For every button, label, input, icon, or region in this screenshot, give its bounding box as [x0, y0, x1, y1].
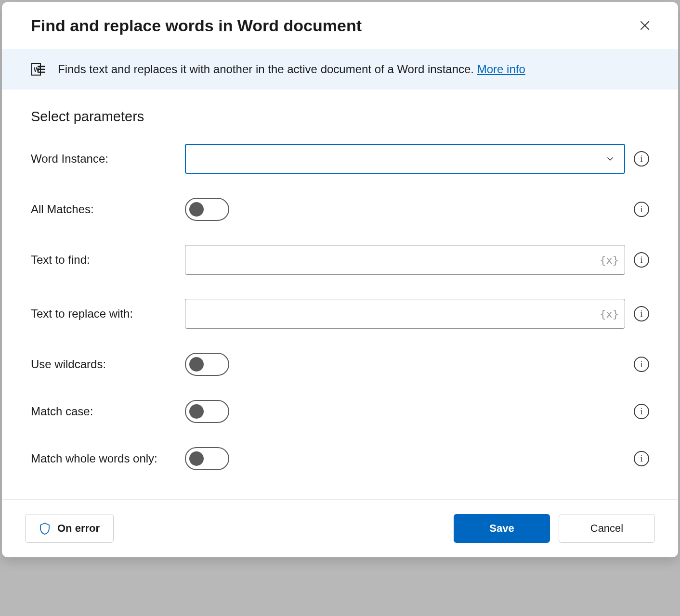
param-row-text-to-find: Text to find: {x} i [31, 245, 649, 275]
text-to-replace-input[interactable]: {x} [185, 299, 625, 329]
shield-icon [39, 522, 51, 535]
variable-icon[interactable]: {x} [600, 308, 619, 320]
info-icon[interactable]: i [634, 451, 649, 466]
info-text: Finds text and replaces it with another … [58, 63, 525, 76]
info-banner: W Finds text and replaces it with anothe… [2, 49, 678, 90]
text-to-find-label: Text to find: [31, 253, 185, 267]
match-whole-words-toggle[interactable] [185, 447, 229, 470]
info-icon[interactable]: i [634, 151, 649, 167]
close-button[interactable] [635, 15, 655, 36]
on-error-button[interactable]: On error [25, 514, 114, 543]
info-icon[interactable]: i [634, 252, 649, 268]
match-case-toggle[interactable] [185, 400, 229, 423]
text-to-find-input[interactable]: {x} [185, 245, 625, 275]
more-info-link[interactable]: More info [477, 63, 525, 76]
param-row-all-matches: All Matches: i [31, 198, 649, 221]
param-row-match-case: Match case: i [31, 400, 649, 423]
toggle-knob [189, 357, 204, 372]
banner-text: Finds text and replaces it with another … [58, 63, 477, 76]
on-error-label: On error [57, 522, 100, 535]
toggle-knob [189, 404, 204, 419]
info-icon[interactable]: i [634, 306, 649, 321]
param-row-text-to-replace: Text to replace with: {x} i [31, 299, 649, 329]
dialog-body: Select parameters Word Instance: i All M… [2, 90, 678, 499]
word-icon: W [31, 63, 46, 76]
footer-right: Save Cancel [454, 514, 655, 543]
word-instance-label: Word Instance: [31, 152, 185, 166]
all-matches-label: All Matches: [31, 203, 185, 216]
dialog-title: Find and replace words in Word document [31, 16, 362, 35]
text-to-replace-label: Text to replace with: [31, 307, 185, 321]
param-row-use-wildcards: Use wildcards: i [31, 353, 649, 376]
section-title: Select parameters [31, 109, 649, 125]
cancel-button[interactable]: Cancel [559, 514, 655, 543]
dialog-header: Find and replace words in Word document [2, 2, 678, 49]
info-icon[interactable]: i [634, 357, 649, 372]
use-wildcards-toggle[interactable] [185, 353, 229, 376]
param-row-match-whole-words: Match whole words only: i [31, 447, 649, 470]
chevron-down-icon [605, 154, 615, 164]
all-matches-toggle[interactable] [185, 198, 229, 221]
save-button[interactable]: Save [454, 514, 550, 543]
match-case-label: Match case: [31, 405, 185, 418]
svg-text:W: W [34, 66, 40, 73]
close-icon [639, 19, 651, 32]
use-wildcards-label: Use wildcards: [31, 358, 185, 371]
toggle-knob [189, 451, 204, 466]
dialog: Find and replace words in Word document … [2, 2, 678, 557]
variable-icon[interactable]: {x} [600, 254, 619, 266]
info-icon[interactable]: i [634, 202, 649, 217]
toggle-knob [189, 202, 204, 217]
word-instance-dropdown[interactable] [185, 144, 625, 174]
dialog-footer: On error Save Cancel [2, 499, 678, 557]
match-whole-words-label: Match whole words only: [31, 452, 185, 465]
param-row-word-instance: Word Instance: i [31, 144, 649, 174]
info-icon[interactable]: i [634, 404, 649, 419]
